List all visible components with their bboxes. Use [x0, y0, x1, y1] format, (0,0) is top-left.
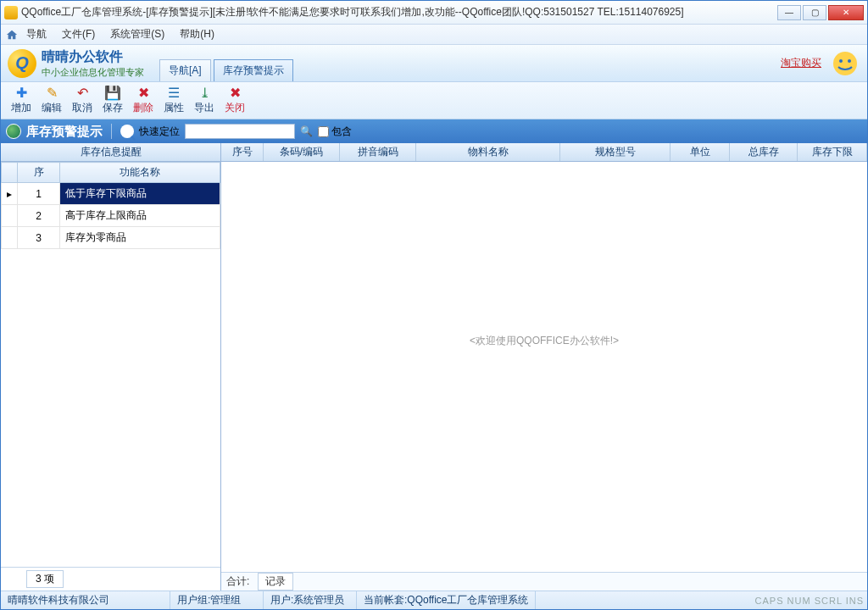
row-marker — [2, 205, 18, 227]
col-seq[interactable]: 序 — [18, 163, 60, 183]
status-company: 晴晴软件科技有限公司 — [1, 591, 170, 609]
row-seq: 2 — [18, 205, 60, 227]
banner: Q 晴晴办公软件 中小企业信息化管理专家 导航[A] 库存预警提示 淘宝购买 — [1, 45, 867, 82]
x-icon: ✖ — [230, 86, 241, 100]
delete-button[interactable]: ✖删除 — [128, 85, 159, 117]
export-button[interactable]: ⤓导出 — [189, 85, 220, 117]
export-icon: ⤓ — [199, 86, 210, 100]
separator — [111, 124, 112, 139]
menu-help[interactable]: 帮助(H) — [173, 25, 221, 43]
menu-system[interactable]: 系统管理(S) — [103, 25, 171, 43]
col-total[interactable]: 总库存 — [730, 143, 798, 161]
statusbar: 晴晴软件科技有限公司 用户组:管理组 用户:系统管理员 当前帐套:QQoffic… — [1, 591, 867, 609]
close-tool-button[interactable]: ✖关闭 — [220, 85, 250, 117]
menu-nav[interactable]: 导航 — [19, 25, 53, 43]
maximize-button[interactable]: ▢ — [803, 5, 826, 20]
banner-tabs: 导航[A] 库存预警提示 — [159, 59, 296, 81]
table-row[interactable]: ▸ 1 低于库存下限商品 — [2, 183, 220, 205]
right-pane: 序号 条码/编码 拼音编码 物料名称 规格型号 单位 总库存 库存下限 <欢迎使… — [221, 143, 867, 591]
contain-check-input[interactable] — [318, 126, 329, 137]
pencil-icon: ✎ — [47, 86, 58, 100]
row-marker — [2, 227, 18, 249]
brand-title: 晴晴办公软件 — [42, 48, 144, 66]
app-icon — [4, 6, 18, 19]
save-button[interactable]: 💾保存 — [97, 85, 128, 117]
grid-footer: 合计: 记录 — [221, 572, 867, 591]
col-barcode[interactable]: 条码/编码 — [264, 143, 340, 161]
taobao-link[interactable]: 淘宝购买 — [781, 56, 821, 70]
row-name: 低于库存下限商品 — [60, 183, 220, 205]
sum-label: 合计: — [226, 574, 249, 589]
content: 库存信息提醒 序 功能名称 ▸ 1 低于库存下限商品 2 高于库存上限商品 — [1, 143, 867, 591]
left-footer: 3 项 — [1, 567, 220, 591]
add-button[interactable]: ✚增加 — [6, 85, 36, 117]
left-header: 库存信息提醒 — [1, 143, 220, 162]
contain-label: 包含 — [331, 125, 352, 139]
prop-button[interactable]: ☰属性 — [159, 85, 189, 117]
brand-subtitle: 中小企业信息化管理专家 — [42, 66, 144, 79]
svg-point-2 — [848, 59, 851, 63]
table-row[interactable]: 2 高于库存上限商品 — [2, 205, 220, 227]
status-user: 用户:系统管理员 — [264, 591, 357, 609]
col-lower[interactable]: 库存下限 — [798, 143, 867, 161]
trash-icon: ✖ — [138, 86, 149, 100]
home-icon — [6, 29, 18, 41]
plus-icon: ✚ — [16, 86, 27, 100]
col-seq[interactable]: 序号 — [221, 143, 264, 161]
titlebar: QQoffice工厂仓库管理系统-[库存预警提示][未注册!软件不能满足您要求时… — [1, 1, 867, 25]
col-spec[interactable]: 规格型号 — [560, 143, 670, 161]
close-button[interactable]: ✕ — [828, 5, 864, 20]
corner-icon — [830, 48, 860, 79]
grid-placeholder: <欢迎使用QQOFFICE办公软件!> — [221, 334, 867, 348]
col-name[interactable]: 功能名称 — [60, 163, 220, 183]
marker-col — [2, 163, 18, 183]
tab-alert[interactable]: 库存预警提示 — [214, 59, 293, 81]
tab-nav[interactable]: 导航[A] — [159, 59, 211, 81]
app-window: QQoffice工厂仓库管理系统-[库存预警提示][未注册!软件不能满足您要求时… — [0, 0, 868, 610]
left-pane: 库存信息提醒 序 功能名称 ▸ 1 低于库存下限商品 2 高于库存上限商品 — [1, 143, 221, 591]
row-count: 3 项 — [26, 570, 64, 588]
search-icon — [120, 125, 134, 138]
search-go-icon[interactable]: 🔍 — [300, 125, 313, 137]
window-title: QQoffice工厂仓库管理系统-[库存预警提示][未注册!软件不能满足您要求时… — [21, 5, 777, 19]
subbar: 库存预警提示 快速定位 🔍 包含 — [1, 119, 867, 143]
toolbar: ✚增加 ✎编辑 ↶取消 💾保存 ✖删除 ☰属性 ⤓导出 ✖关闭 — [1, 82, 867, 119]
logo-icon: Q — [8, 49, 36, 78]
reminder-table: 序 功能名称 ▸ 1 低于库存下限商品 2 高于库存上限商品 3 库存为零商品 — [1, 162, 220, 249]
status-group: 用户组:管理组 — [170, 591, 264, 609]
row-marker: ▸ — [2, 183, 18, 205]
table-row[interactable]: 3 库存为零商品 — [2, 227, 220, 249]
edit-button[interactable]: ✎编辑 — [36, 85, 67, 117]
row-seq: 3 — [18, 227, 60, 249]
cancel-button[interactable]: ↶取消 — [67, 85, 97, 117]
svg-point-1 — [839, 59, 843, 63]
col-unit[interactable]: 单位 — [670, 143, 730, 161]
row-name: 高于库存上限商品 — [60, 205, 220, 227]
list-icon: ☰ — [168, 86, 180, 100]
brand-block: 晴晴办公软件 中小企业信息化管理专家 — [42, 48, 144, 79]
grid-header: 序号 条码/编码 拼音编码 物料名称 规格型号 单位 总库存 库存下限 — [221, 143, 867, 162]
records-box: 记录 — [258, 573, 293, 591]
menubar: 导航 文件(F) 系统管理(S) 帮助(H) — [1, 25, 867, 45]
disk-icon: 💾 — [104, 86, 121, 100]
status-account: 当前帐套:QQoffice工厂仓库管理系统 — [357, 591, 536, 609]
col-pinyin[interactable]: 拼音编码 — [340, 143, 416, 161]
window-controls: — ▢ ✕ — [777, 5, 864, 20]
svg-point-0 — [833, 52, 857, 75]
globe-icon — [6, 124, 21, 139]
quick-locate-label: 快速定位 — [139, 125, 180, 139]
col-material[interactable]: 物料名称 — [416, 143, 560, 161]
reminder-header-row: 序 功能名称 — [2, 163, 220, 183]
subbar-title: 库存预警提示 — [26, 124, 103, 140]
minimize-button[interactable]: — — [777, 5, 801, 20]
menu-file[interactable]: 文件(F) — [55, 25, 102, 43]
undo-icon: ↶ — [77, 86, 88, 100]
row-seq: 1 — [18, 183, 60, 205]
keyboard-indicators: CAPS NUM SCRL INS — [752, 596, 867, 606]
row-name: 库存为零商品 — [60, 227, 220, 249]
grid-body[interactable]: <欢迎使用QQOFFICE办公软件!> — [221, 162, 867, 572]
quick-locate-input[interactable] — [185, 124, 295, 139]
contain-checkbox[interactable]: 包含 — [318, 125, 352, 139]
